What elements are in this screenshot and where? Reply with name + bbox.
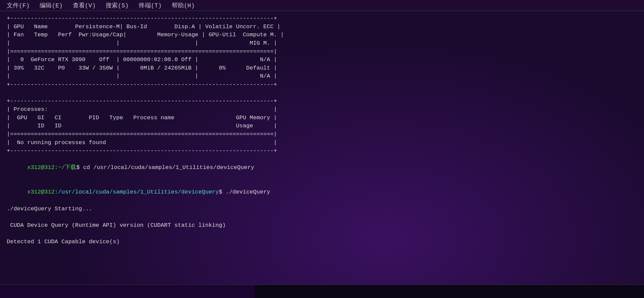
output-line-0: ./deviceQuery Starting... bbox=[7, 205, 637, 213]
command-text-2: ./deviceQuery bbox=[226, 189, 270, 195]
prompt-path-2: :/usr/local/cuda/samples/1_Utilities/dev… bbox=[55, 189, 219, 195]
prompt-user-1: x312@312 bbox=[27, 164, 55, 171]
terminal-content: +---------------------------------------… bbox=[0, 11, 644, 250]
prompt-path-1: :~/下载 bbox=[55, 164, 76, 171]
menu-view[interactable]: 查看(V) bbox=[73, 1, 96, 9]
proc-header: | Processes: | bbox=[7, 105, 637, 114]
proc-sep: |=======================================… bbox=[7, 130, 637, 139]
output-blank2 bbox=[7, 230, 637, 238]
menu-file[interactable]: 文件(F) bbox=[7, 1, 30, 9]
menubar: 文件(F) 编辑(E) 查看(V) 搜索(S) 终端(T) 帮助(H) bbox=[0, 0, 644, 11]
command-line-1: x312@312:~/下载$ cd /usr/local/cuda/sample… bbox=[7, 155, 637, 180]
nvidia-header-row1: | GPU Name Persistence-M| Bus-Id Disp.A … bbox=[7, 23, 637, 31]
menu-search[interactable]: 搜索(S) bbox=[106, 1, 128, 9]
proc-top-border: +---------------------------------------… bbox=[7, 97, 637, 105]
menu-edit[interactable]: 编辑(E) bbox=[40, 1, 62, 9]
menu-help[interactable]: 帮助(H) bbox=[172, 1, 195, 9]
nvidia-header-row2: | Fan Temp Perf Pwr:Usage/Cap| Memory-Us… bbox=[7, 31, 637, 39]
taskbar-left bbox=[0, 285, 255, 298]
terminal-window: 文件(F) 编辑(E) 查看(V) 搜索(S) 终端(T) 帮助(H) +---… bbox=[0, 0, 644, 298]
prompt-user-2: x312@312 bbox=[27, 189, 55, 195]
nvidia-gpu-row1: | 0 GeForce RTX 3090 Off | 00000000:02:0… bbox=[7, 56, 637, 64]
command-text-1: cd /usr/local/cuda/samples/1_Utilities/d… bbox=[83, 164, 254, 171]
menu-terminal[interactable]: 终端(T) bbox=[139, 1, 162, 9]
taskbar bbox=[0, 285, 644, 298]
nvidia-border-bot: +---------------------------------------… bbox=[7, 81, 637, 89]
nvidia-blank bbox=[7, 89, 637, 97]
nvidia-gpu-row3: | | | N/A | bbox=[7, 72, 637, 81]
nvidia-header-row3: | | | MIG M. | bbox=[7, 39, 637, 48]
nvidia-separator: |=======================================… bbox=[7, 48, 637, 56]
command-line-2: x312@312:/usr/local/cuda/samples/1_Utili… bbox=[7, 180, 637, 205]
output-line-4: Detected 1 CUDA Capable device(s) bbox=[7, 238, 637, 246]
proc-none: | No running processes found | bbox=[7, 139, 637, 147]
nvidia-gpu-row2: | 39% 32C P0 33W / 350W | 0MiB / 24265Mi… bbox=[7, 64, 637, 73]
taskbar-right bbox=[255, 285, 644, 298]
proc-cols1: | GPU GI CI PID Type Process name GPU Me… bbox=[7, 114, 637, 122]
proc-cols2: | ID ID Usage | bbox=[7, 122, 637, 130]
output-blank bbox=[7, 213, 637, 221]
proc-bot-border: +---------------------------------------… bbox=[7, 147, 637, 155]
output-line-2: CUDA Device Query (Runtime API) version … bbox=[7, 221, 637, 230]
prompt-symbol-1: $ bbox=[76, 164, 83, 171]
prompt-symbol-2: $ bbox=[219, 189, 226, 195]
nvidia-border-top: +---------------------------------------… bbox=[7, 14, 637, 23]
